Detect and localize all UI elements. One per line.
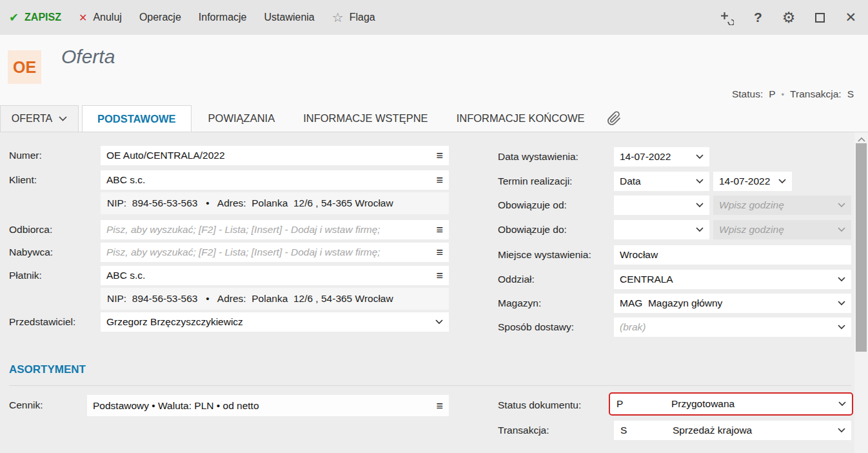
scroll-up-button[interactable] xyxy=(854,135,868,144)
status-code: P xyxy=(610,398,666,410)
status-value: Przygotowana xyxy=(666,398,833,410)
cennik-field[interactable]: Podstawowy • Waluta: PLN • od netto ≡ xyxy=(87,395,449,416)
termin-mode-dropdown[interactable]: Data xyxy=(614,172,709,191)
obowiazuje-do-label: Obowiązuje do: xyxy=(498,224,567,236)
cancel-button[interactable]: ✕ Anuluj xyxy=(79,12,122,24)
chevron-down-icon xyxy=(690,179,709,184)
scrollbar-thumb[interactable] xyxy=(856,143,867,352)
doc-type-badge: OE xyxy=(8,50,41,84)
close-icon[interactable]: ✕ xyxy=(845,10,856,25)
transakcja-dropdown[interactable]: S Sprzedaż krajowa xyxy=(614,421,851,440)
tab-bar: OFERTA PODSTAWOWE POWIĄZANIA INFORMACJE … xyxy=(0,105,868,132)
menu-lines-icon[interactable]: ≡ xyxy=(430,174,449,186)
data-wystawienia-dropdown[interactable]: 14-07-2022 xyxy=(614,147,709,166)
transaction-value: S xyxy=(847,88,854,100)
data-wystawienia-value: 14-07-2022 xyxy=(614,151,690,163)
platnik-field[interactable]: ≡ xyxy=(101,266,449,285)
tab-label: PODSTAWOWE xyxy=(97,113,176,125)
settings-gear-icon[interactable]: ⚙ xyxy=(782,9,796,26)
chevron-down-icon xyxy=(690,154,709,159)
magazyn-dropdown[interactable]: MAG Magazyn główny xyxy=(614,294,851,313)
sposob-dostawy-value: (brak) xyxy=(614,321,832,333)
save-button[interactable]: ✔ ZAPISZ xyxy=(9,10,61,25)
chevron-down-icon xyxy=(690,203,709,208)
status-label: Status: xyxy=(732,88,763,100)
document-header: OE Oferta Status: P • Transakcja: S xyxy=(0,35,868,105)
termin-date-value: 14-07-2022 xyxy=(713,176,773,187)
attachments-button[interactable] xyxy=(599,105,629,132)
status-dokumentu-dropdown[interactable]: P Przygotowana xyxy=(609,392,853,416)
vertical-scrollbar[interactable] xyxy=(854,132,868,453)
miejsce-wystawienia-field[interactable] xyxy=(614,245,851,265)
platnik-input[interactable] xyxy=(101,270,430,281)
przedstawiciel-dropdown[interactable]: Grzegorz Brzęczyszczykiewicz xyxy=(101,312,449,332)
tab-informacje-koncowe[interactable]: INFORMACJE KOŃCOWE xyxy=(442,105,599,132)
przedstawiciel-label: Przedstawiciel: xyxy=(9,316,75,328)
menu-settings[interactable]: Ustawienia xyxy=(264,12,315,23)
numer-input[interactable] xyxy=(101,150,430,161)
menu-operations-label: Operacje xyxy=(139,12,181,23)
tab-label: INFORMACJE KOŃCOWE xyxy=(457,112,585,125)
status-value: P xyxy=(769,88,775,100)
data-wystawienia-label: Data wystawienia: xyxy=(498,151,578,163)
klient-field[interactable]: ≡ xyxy=(101,170,449,190)
platnik-label: Płatnik: xyxy=(9,270,42,281)
magazyn-label: Magazyn: xyxy=(498,297,541,309)
tab-informacje-wstepne[interactable]: INFORMACJE WSTĘPNE xyxy=(289,105,442,132)
miejsce-wystawienia-input[interactable] xyxy=(614,249,851,261)
nabywca-field[interactable]: ≡ xyxy=(101,243,449,262)
menu-lines-icon[interactable]: ≡ xyxy=(430,400,449,412)
nabywca-label: Nabywca: xyxy=(9,247,53,258)
x-icon: ✕ xyxy=(79,12,87,24)
chevron-up-icon xyxy=(858,137,865,142)
chevron-down-icon xyxy=(832,428,851,433)
tab-selector-oferta[interactable]: OFERTA xyxy=(0,105,79,132)
tab-label: INFORMACJE WSTĘPNE xyxy=(303,112,428,125)
obowiazuje-od-time-dropdown[interactable]: Wpisz godzinę xyxy=(713,196,851,215)
add-window-icon[interactable] xyxy=(719,10,734,25)
platnik-info-strip: NIP: 894-56-53-563 • Adres: Polanka 12/6… xyxy=(101,288,449,310)
page-title: Oferta xyxy=(61,46,115,68)
maximize-icon[interactable] xyxy=(815,13,825,23)
chevron-down-icon xyxy=(832,227,851,232)
obowiazuje-do-time-dropdown[interactable]: Wpisz godzinę xyxy=(713,220,851,239)
menu-lines-icon[interactable]: ≡ xyxy=(430,247,449,258)
flag-button[interactable]: ☆ Flaga xyxy=(332,10,375,25)
menu-information[interactable]: Informacje xyxy=(199,12,247,23)
dot-separator: • xyxy=(782,90,785,99)
chevron-down-icon xyxy=(832,325,851,330)
maximize-square xyxy=(815,13,825,23)
miejsce-wystawienia-label: Miejsce wystawienia: xyxy=(498,249,591,261)
chevron-down-icon xyxy=(832,301,851,306)
numer-label: Numer: xyxy=(9,150,42,161)
numer-field[interactable]: ≡ xyxy=(101,146,449,165)
transakcja-value: Sprzedaż krajowa xyxy=(667,425,832,436)
sposob-dostawy-dropdown[interactable]: (brak) xyxy=(614,317,851,337)
klient-input[interactable] xyxy=(101,174,430,186)
menu-lines-icon[interactable]: ≡ xyxy=(430,224,449,236)
menu-operations[interactable]: Operacje xyxy=(139,12,181,23)
termin-realizacji-label: Termin realizacji: xyxy=(498,176,572,187)
menu-lines-icon[interactable]: ≡ xyxy=(430,270,449,281)
odbiorca-input[interactable] xyxy=(101,224,430,236)
nabywca-input[interactable] xyxy=(101,247,430,258)
help-icon[interactable]: ? xyxy=(754,10,762,25)
oddzial-dropdown[interactable]: CENTRALA xyxy=(614,270,851,289)
magazyn-value: MAG Magazyn główny xyxy=(614,297,832,309)
tab-selector-label: OFERTA xyxy=(12,113,52,125)
status-dokumentu-label: Status dokumentu: xyxy=(498,399,581,411)
tab-label: POWIĄZANIA xyxy=(208,112,275,125)
status-line: Status: P • Transakcja: S xyxy=(732,88,854,100)
chevron-down-icon xyxy=(832,203,851,208)
przedstawiciel-value: Grzegorz Brzęczyszczykiewicz xyxy=(101,316,429,328)
obowiazuje-do-date-dropdown[interactable] xyxy=(614,220,709,239)
tab-powiazania[interactable]: POWIĄZANIA xyxy=(194,105,290,132)
termin-date-dropdown[interactable]: 14-07-2022 xyxy=(713,172,792,191)
menu-lines-icon[interactable]: ≡ xyxy=(430,150,449,161)
odbiorca-label: Odbiorca: xyxy=(9,224,52,236)
obowiazuje-od-date-dropdown[interactable] xyxy=(614,196,709,215)
menu-information-label: Informacje xyxy=(199,12,247,23)
transakcja-label: Transakcja: xyxy=(498,425,549,436)
tab-podstawowe[interactable]: PODSTAWOWE xyxy=(82,105,192,132)
odbiorca-field[interactable]: ≡ xyxy=(101,220,449,239)
